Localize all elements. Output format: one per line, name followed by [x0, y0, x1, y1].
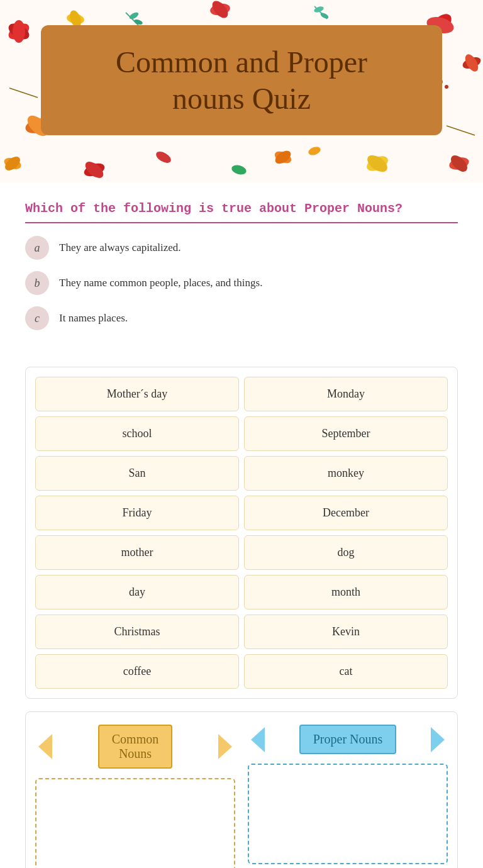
quiz-section: Which of the following is true about Pro… [0, 182, 483, 354]
arrow-right-common-icon [218, 734, 232, 759]
drag-item[interactable]: coffee [35, 654, 239, 689]
option-badge-a: a [25, 236, 49, 260]
drag-item[interactable]: day [35, 575, 239, 609]
svg-point-36 [154, 149, 173, 165]
svg-point-15 [365, 152, 391, 175]
proper-nouns-drop-zone[interactable] [248, 764, 448, 864]
svg-point-20 [313, 6, 325, 14]
svg-point-21 [319, 11, 330, 19]
proper-nouns-banner: Proper Nouns [248, 725, 448, 754]
question-text: Which of the following is true about Pro… [25, 201, 458, 216]
answer-option-b[interactable]: b They name common people, places, and t… [25, 271, 458, 295]
drag-item[interactable]: Kevin [244, 615, 448, 649]
common-nouns-label: CommonNouns [98, 725, 172, 769]
svg-point-37 [448, 155, 470, 172]
arrow-left-proper-icon [251, 727, 265, 752]
svg-point-24 [273, 149, 293, 165]
drag-grid-section: Mother´s dayMondayschoolSeptemberSanmonk… [25, 367, 458, 699]
page-title: Common and Proper nouns Quiz [60, 44, 423, 116]
svg-point-39 [3, 156, 23, 172]
common-nouns-column: CommonNouns [35, 725, 235, 868]
svg-point-38 [448, 152, 470, 174]
svg-point-17 [128, 11, 140, 21]
svg-line-32 [9, 88, 38, 97]
drag-item[interactable]: monkey [244, 456, 448, 491]
drag-item[interactable]: month [244, 575, 448, 609]
drag-grid: Mother´s dayMondayschoolSeptemberSanmonk… [35, 377, 448, 689]
svg-point-14 [364, 153, 390, 174]
common-nouns-drop-zone[interactable] [35, 778, 235, 868]
proper-nouns-label: Proper Nouns [299, 725, 397, 754]
drag-item[interactable]: September [244, 416, 448, 451]
svg-point-22 [209, 2, 231, 16]
answer-option-a[interactable]: a They are always capitalized. [25, 236, 458, 260]
proper-nouns-column: Proper Nouns [248, 725, 448, 868]
svg-point-27 [82, 159, 106, 181]
common-nouns-label-text: CommonNouns [112, 732, 158, 760]
drag-item[interactable]: Mother´s day [35, 377, 239, 411]
drag-item[interactable]: Friday [35, 496, 239, 530]
svg-point-12 [66, 13, 85, 26]
header-section: Common and Proper nouns Quiz [0, 0, 483, 182]
drag-item[interactable]: mother [35, 535, 239, 570]
arrow-left-common-icon [38, 734, 52, 759]
svg-line-19 [314, 6, 327, 19]
drag-item[interactable]: December [244, 496, 448, 530]
sort-columns: CommonNouns Proper Nouns [35, 725, 448, 868]
drag-item[interactable]: cat [244, 654, 448, 689]
svg-point-23 [209, 0, 231, 21]
option-text-c: It names places. [59, 312, 128, 325]
common-nouns-banner: CommonNouns [35, 725, 235, 769]
option-text-a: They are always capitalized. [59, 242, 181, 254]
svg-point-18 [133, 18, 143, 25]
title-box: Common and Proper nouns Quiz [41, 25, 442, 135]
svg-line-33 [447, 126, 475, 135]
svg-point-1 [6, 20, 31, 42]
svg-point-6 [461, 55, 482, 70]
svg-point-35 [308, 145, 322, 157]
drag-item[interactable]: school [35, 416, 239, 451]
svg-point-2 [6, 20, 31, 42]
option-text-b: They name common people, places, and thi… [59, 277, 262, 289]
svg-point-7 [463, 52, 481, 74]
option-badge-c: c [25, 306, 49, 330]
arrow-right-proper-icon [431, 727, 445, 752]
common-nouns-arrows-container: CommonNouns [35, 725, 235, 769]
proper-nouns-label-text: Proper Nouns [313, 732, 383, 746]
svg-point-3 [13, 20, 25, 43]
drag-item[interactable]: Monday [244, 377, 448, 411]
drag-item[interactable]: dog [244, 535, 448, 570]
answer-option-c[interactable]: c It names places. [25, 306, 458, 330]
svg-point-31 [445, 85, 448, 89]
svg-line-16 [126, 13, 138, 25]
svg-point-40 [3, 154, 23, 173]
drag-item[interactable]: San [35, 456, 239, 491]
svg-point-26 [82, 161, 106, 179]
svg-point-34 [231, 164, 248, 176]
sort-section: CommonNouns Proper Nouns [25, 711, 458, 868]
proper-nouns-arrows-container: Proper Nouns [248, 725, 448, 754]
svg-point-25 [273, 148, 293, 166]
question-divider [25, 222, 458, 223]
option-badge-b: b [25, 271, 49, 295]
drag-item[interactable]: Christmas [35, 615, 239, 649]
